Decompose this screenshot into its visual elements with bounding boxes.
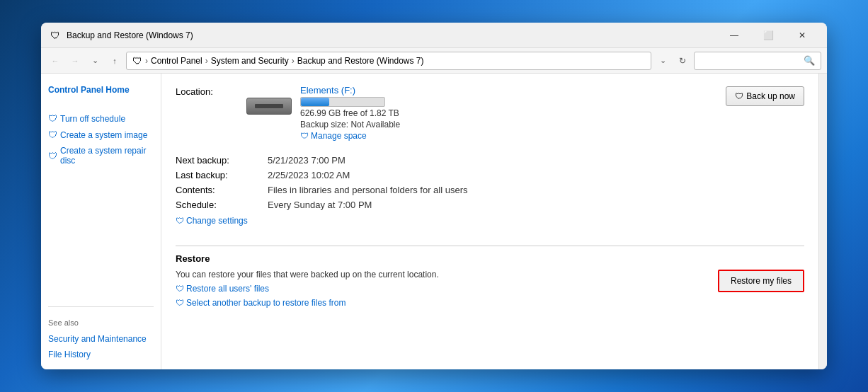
restore-all-users-link[interactable]: 🛡 Restore all users' files xyxy=(176,284,439,294)
shield-icon-select-backup: 🛡 xyxy=(176,298,184,308)
address-path[interactable]: 🛡 › Control Panel › System and Security … xyxy=(126,52,651,70)
shield-icon-1: 🛡 xyxy=(48,113,57,124)
title-bar-controls: — ⬜ ✕ xyxy=(718,25,818,45)
restore-info: You can restore your files that were bac… xyxy=(176,270,439,308)
restore-description: You can restore your files that were bac… xyxy=(176,270,439,279)
next-backup-row: Next backup: 5/21/2023 7:00 PM xyxy=(176,155,804,166)
refresh-button[interactable]: ↻ xyxy=(674,52,691,69)
close-button[interactable]: ✕ xyxy=(786,25,818,45)
sidebar-create-repair-disc-label: Create a system repair disc xyxy=(60,146,154,166)
sidebar-security-maintenance-label: Security and Maintenance xyxy=(48,334,147,344)
schedule-row: Schedule: Every Sunday at 7:00 PM xyxy=(176,200,804,210)
location-section: Location: Elements (F:) xyxy=(176,85,400,141)
main-window: 🛡 Backup and Restore (Windows 7) — ⬜ ✕ ←… xyxy=(41,23,827,369)
schedule-value: Every Sunday at 7:00 PM xyxy=(268,200,372,210)
restore-my-files-button[interactable]: Restore my files xyxy=(718,270,804,292)
scrollbar[interactable] xyxy=(818,74,827,369)
address-bar: ← → ⌄ ↑ 🛡 › Control Panel › System and S… xyxy=(41,48,827,74)
backup-section: Location: Elements (F:) xyxy=(176,85,804,308)
location-name[interactable]: Elements (F:) xyxy=(300,85,400,96)
restore-section: Restore You can restore your files that … xyxy=(176,246,804,308)
path-separator-2: › xyxy=(205,56,208,66)
sidebar-security-maintenance[interactable]: Security and Maintenance xyxy=(48,333,154,345)
path-system-security: System and Security xyxy=(211,56,289,66)
sidebar-create-system-image-label: Create a system image xyxy=(60,130,147,140)
path-control-panel: Control Panel xyxy=(151,56,202,66)
sidebar-divider xyxy=(48,306,154,307)
backup-size: Backup size: Not Available xyxy=(300,120,400,129)
sidebar-create-repair-disc[interactable]: 🛡 Create a system repair disc xyxy=(48,144,154,167)
minimize-button[interactable]: — xyxy=(718,25,750,45)
window-icon: 🛡 xyxy=(50,30,61,41)
backup-now-area: 🛡 Back up now xyxy=(726,85,804,106)
contents-label: Contents: xyxy=(176,185,253,195)
maximize-button[interactable]: ⬜ xyxy=(752,25,784,45)
sidebar-file-history[interactable]: File History xyxy=(48,348,154,361)
search-box[interactable]: 🔍 xyxy=(694,52,821,70)
last-backup-value: 2/25/2023 10:02 AM xyxy=(268,170,350,180)
schedule-section: Next backup: 5/21/2023 7:00 PM Last back… xyxy=(176,155,804,226)
contents-value: Files in libraries and personal folders … xyxy=(268,185,468,195)
sidebar-home-link[interactable]: Control Panel Home xyxy=(48,82,154,98)
shield-icon-manage: 🛡 xyxy=(300,131,309,141)
search-input[interactable] xyxy=(700,56,801,66)
location-label: Location: xyxy=(176,85,232,97)
location-details: Elements (F:) 626.99 GB free of 1.82 TB … xyxy=(300,85,400,141)
progress-bar-fill xyxy=(301,98,329,106)
change-settings-link[interactable]: 🛡 Change settings xyxy=(176,216,804,226)
window-title: Backup and Restore (Windows 7) xyxy=(67,30,718,40)
manage-space-link[interactable]: 🛡 Manage space xyxy=(300,131,400,141)
path-backup-restore: Backup and Restore (Windows 7) xyxy=(297,56,424,66)
path-separator-1: › xyxy=(145,56,148,66)
expand-button[interactable]: ⌄ xyxy=(86,52,103,69)
location-free-space: 626.99 GB free of 1.82 TB xyxy=(300,108,400,118)
restore-title: Restore xyxy=(176,253,804,264)
contents-row: Contents: Files in libraries and persona… xyxy=(176,185,804,195)
shield-icon-settings: 🛡 xyxy=(176,216,184,226)
forward-button[interactable]: → xyxy=(67,52,84,69)
sidebar-turn-off-schedule[interactable]: 🛡 Turn off schedule xyxy=(48,112,154,125)
last-backup-label: Last backup: xyxy=(176,170,253,180)
content-area: Control Panel Home 🛡 Turn off schedule 🛡… xyxy=(41,74,827,369)
shield-icon-2: 🛡 xyxy=(48,129,57,140)
path-separator-3: › xyxy=(292,56,295,66)
shield-icon-backup: 🛡 xyxy=(735,91,743,101)
drive-icon xyxy=(246,98,292,115)
path-icon: 🛡 xyxy=(132,55,142,67)
shield-icon-restore-all: 🛡 xyxy=(176,284,184,294)
progress-bar xyxy=(300,97,385,107)
sidebar: Control Panel Home 🛡 Turn off schedule 🛡… xyxy=(41,74,161,369)
sidebar-turn-off-schedule-label: Turn off schedule xyxy=(60,114,125,124)
shield-icon-3: 🛡 xyxy=(48,151,57,161)
up-button[interactable]: ↑ xyxy=(106,52,123,69)
backup-now-button[interactable]: 🛡 Back up now xyxy=(726,86,804,106)
search-icon: 🔍 xyxy=(804,55,815,66)
title-bar: 🛡 Backup and Restore (Windows 7) — ⬜ ✕ xyxy=(41,23,827,48)
select-another-backup-link[interactable]: 🛡 Select another backup to restore files… xyxy=(176,298,439,308)
last-backup-row: Last backup: 2/25/2023 10:02 AM xyxy=(176,170,804,180)
next-backup-value: 5/21/2023 7:00 PM xyxy=(268,155,346,166)
see-also-label: See also xyxy=(48,316,154,330)
back-button[interactable]: ← xyxy=(47,52,64,69)
sidebar-file-history-label: File History xyxy=(48,350,91,359)
next-backup-label: Next backup: xyxy=(176,155,253,166)
schedule-label: Schedule: xyxy=(176,200,253,210)
sidebar-create-system-image[interactable]: 🛡 Create a system image xyxy=(48,128,154,142)
main-content: Location: Elements (F:) xyxy=(161,74,818,369)
restore-body: You can restore your files that were bac… xyxy=(176,270,804,308)
address-dropdown-button[interactable]: ⌄ xyxy=(654,52,671,69)
